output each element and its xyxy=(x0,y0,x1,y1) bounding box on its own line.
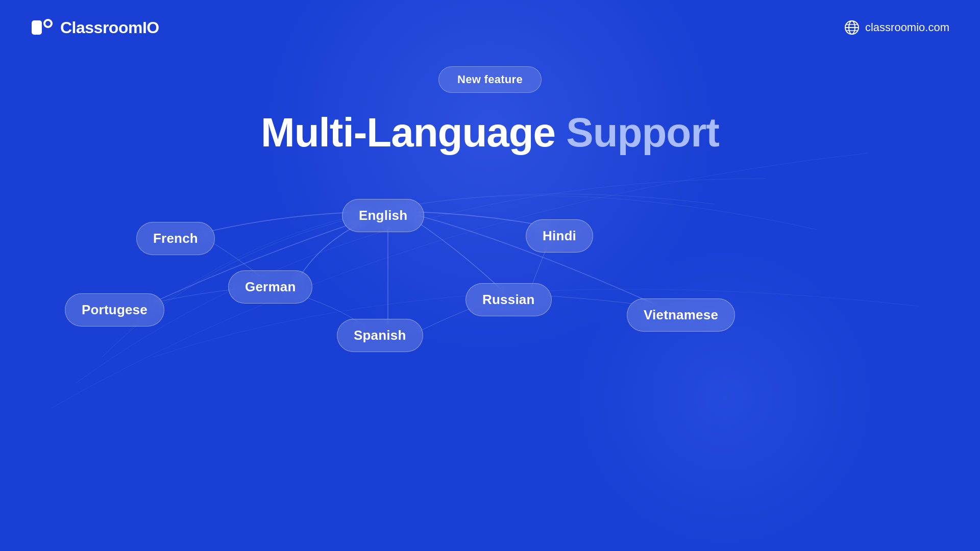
language-node-spanish: Spanish xyxy=(337,319,423,352)
page-title: Multi-Language Support xyxy=(261,109,719,156)
language-node-vietnamese: Vietnamese xyxy=(627,298,735,332)
title-part2: Support xyxy=(566,110,719,155)
title-part1: Multi-Language xyxy=(261,110,566,155)
new-feature-badge: New feature xyxy=(438,66,542,93)
language-node-german: German xyxy=(228,270,312,304)
language-node-hindi: Hindi xyxy=(526,219,593,253)
language-node-english: English xyxy=(342,199,424,232)
main-content: New feature Multi-Language Support xyxy=(0,0,980,551)
language-node-portuguese: Portugese xyxy=(65,293,164,327)
language-node-russian: Russian xyxy=(465,283,552,316)
language-node-french: French xyxy=(136,222,215,255)
